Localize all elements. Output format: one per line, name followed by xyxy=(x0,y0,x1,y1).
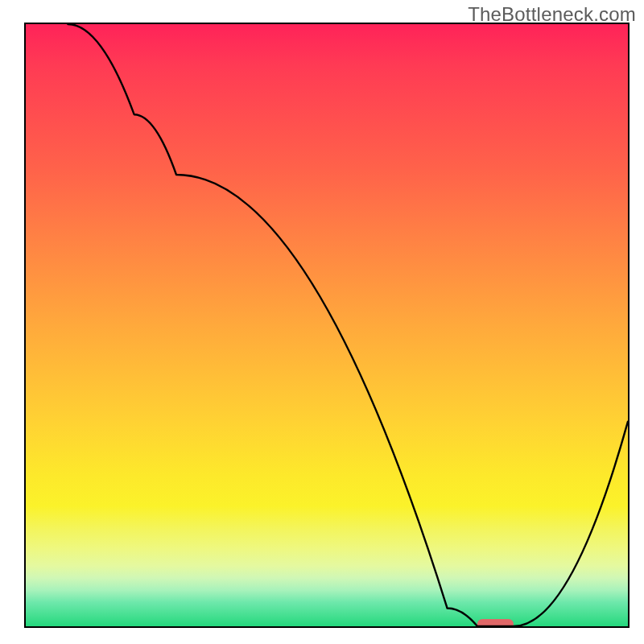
bottleneck-curve xyxy=(68,24,628,626)
watermark-text: TheBottleneck.com xyxy=(468,3,636,26)
plot-area xyxy=(24,23,630,628)
chart-svg xyxy=(26,24,628,626)
optimal-marker xyxy=(477,619,514,626)
bottleneck-chart-container: TheBottleneck.com xyxy=(0,0,644,644)
